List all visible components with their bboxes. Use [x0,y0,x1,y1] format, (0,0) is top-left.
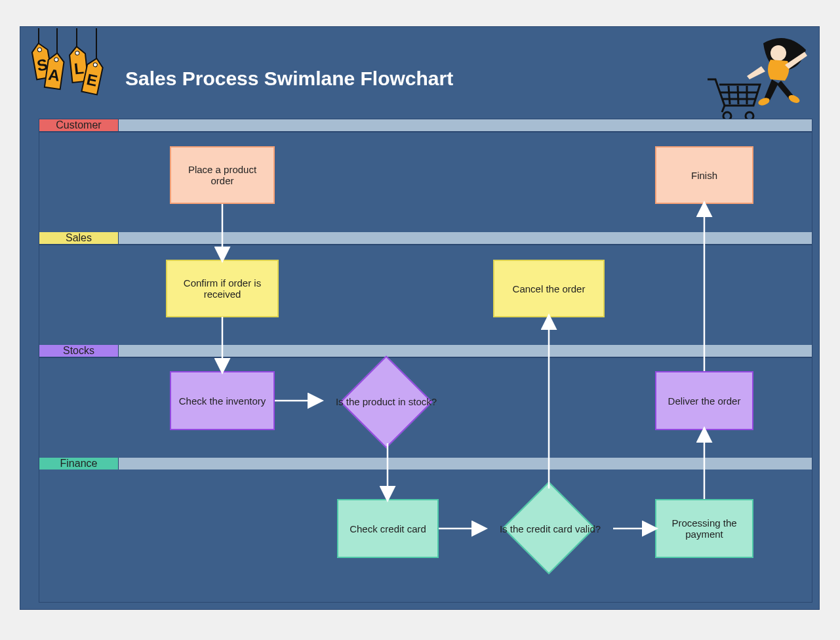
lane-label-sales: Sales [39,232,118,244]
sale-tags-icon: S A L E [26,28,117,127]
lane-label-stocks: Stocks [39,345,118,357]
shopping-person-icon [701,33,812,125]
node-credit-valid: Is the credit card valid? [498,487,603,570]
svg-point-8 [54,58,58,62]
svg-line-19 [729,86,730,104]
lane-finance: Finance [39,458,812,470]
lane-label-finance: Finance [39,458,118,470]
diagram-title: Sales Process Swimlane Flowchart [125,68,453,90]
svg-text:L: L [73,59,85,77]
diagram-header: S A L E [20,27,819,119]
node-check-credit: Check credit card [337,499,439,558]
node-product-in-stock: Is the product in stock? [340,361,432,441]
node-confirm-order: Confirm if order is received [166,260,279,317]
lane-customer: Customer [39,119,812,132]
node-deliver-order: Deliver the order [655,371,753,430]
svg-line-20 [738,86,738,104]
node-place-order: Place a product order [170,146,275,204]
node-finish: Finish [655,146,753,204]
node-check-inventory: Check the inventory [170,371,275,430]
node-cancel-order: Cancel the order [493,260,605,317]
lane-stocks: Stocks [39,345,812,358]
diagram-frame: S A L E [20,26,820,610]
node-process-payment: Processing the payment [655,499,753,558]
svg-point-5 [37,47,42,52]
svg-point-24 [770,45,786,61]
svg-point-11 [75,51,80,56]
lane-sales: Sales [39,232,812,245]
svg-line-16 [722,106,725,112]
lane-label-customer: Customer [39,119,118,131]
